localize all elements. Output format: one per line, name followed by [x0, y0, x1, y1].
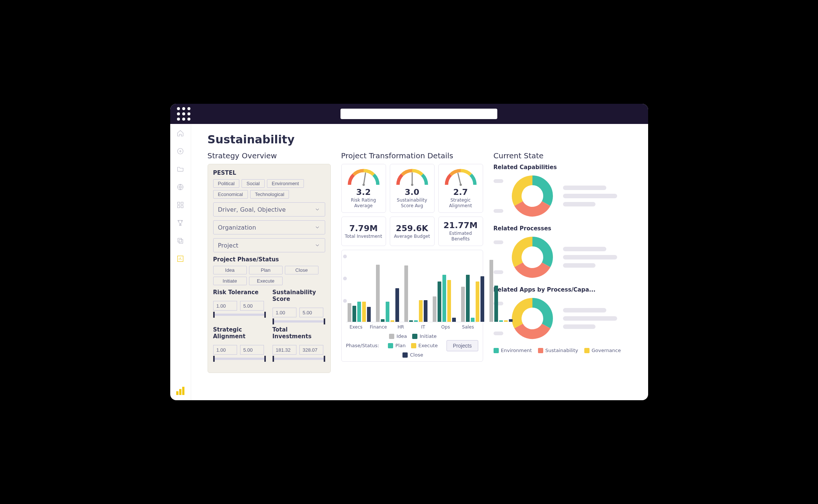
bar [419, 300, 423, 322]
chevron-down-icon [314, 224, 320, 230]
phase-idea[interactable]: Idea [213, 266, 247, 274]
x-label: IT [415, 324, 432, 330]
x-label: HR [392, 324, 410, 330]
select-organization[interactable]: Organization [213, 220, 325, 234]
legend-item: Plan [388, 343, 406, 348]
legend-item: Sustainability [538, 348, 578, 353]
select-driver[interactable]: Driver, Goal, Objective [213, 202, 325, 217]
pestel-chips: Political Social Environment Economical … [213, 179, 325, 199]
transformation-column: Project Transformation Details 3.2 Risk … [341, 151, 483, 391]
svg-line-13 [458, 173, 460, 185]
invest-max-input[interactable] [299, 345, 323, 355]
svg-point-12 [411, 184, 413, 186]
stat-row: 7.79M Total Investment 259.6K Average Bu… [341, 217, 483, 246]
gauge-label: Sustainability Score Avg [392, 197, 432, 209]
range-sustainability: Sustainability Score [273, 289, 325, 323]
stat-value: 7.79M [349, 224, 377, 233]
svg-rect-7 [179, 240, 183, 243]
apps-icon[interactable] [176, 201, 184, 209]
legend-item: Environment [494, 348, 532, 353]
related-title: Related Apps by Process/Capa... [494, 286, 635, 293]
strategy-column: Strategy Overview PESTEL Political Socia… [208, 151, 331, 391]
add-icon[interactable] [176, 147, 184, 155]
bar [442, 275, 446, 322]
app-grid-icon[interactable] [177, 107, 190, 121]
gauge-value: 3.0 [405, 187, 419, 197]
gauge-2: 2.7 Strategic Alignment [438, 164, 483, 213]
bar-group-ops [461, 275, 484, 322]
projects-button[interactable]: Projects [447, 340, 478, 351]
skeleton-lines [563, 308, 635, 329]
sust-slider[interactable] [273, 320, 325, 323]
bar [362, 302, 366, 322]
x-label: Finance [370, 324, 387, 330]
trophy-icon[interactable] [176, 219, 184, 227]
risk-slider[interactable] [213, 314, 266, 316]
bar-group-it [433, 275, 456, 322]
range-strategic: Strategic Alignment [213, 326, 266, 360]
phase-initiate[interactable]: Initiate [213, 277, 247, 285]
bar [357, 302, 361, 322]
gauge-0: 3.2 Risk Rating Average [341, 164, 386, 213]
pestel-social[interactable]: Social [242, 179, 264, 188]
phase-execute[interactable]: Execute [249, 277, 283, 285]
pestel-technological[interactable]: Technological [250, 190, 289, 199]
risk-min-input[interactable] [213, 301, 237, 311]
svg-rect-2 [178, 202, 180, 205]
sust-min-input[interactable] [273, 308, 296, 317]
skeleton-lines [563, 186, 635, 206]
strat-max-input[interactable] [240, 345, 264, 355]
gauge-value: 3.2 [356, 187, 371, 197]
strategy-heading: Strategy Overview [208, 151, 331, 160]
bar [466, 275, 470, 322]
phase-close[interactable]: Close [285, 266, 318, 274]
bar [352, 306, 356, 322]
bar [348, 303, 351, 322]
home-icon[interactable] [176, 129, 184, 137]
bar-group-hr [404, 265, 427, 322]
range-risk: Risk Tolerance [213, 289, 266, 323]
layers-icon[interactable] [176, 237, 184, 245]
gauge-row: 3.2 Risk Rating Average 3.0 Sustainabili… [341, 164, 483, 213]
svg-rect-3 [181, 202, 183, 205]
bar [452, 318, 456, 322]
legend-item: Governance [584, 348, 621, 353]
page-title: Sustainability [208, 133, 635, 146]
bar [424, 300, 427, 322]
bar [499, 320, 503, 322]
pestel-political[interactable]: Political [213, 179, 240, 188]
range-risk-label: Risk Tolerance [213, 289, 266, 296]
pestel-environment[interactable]: Environment [267, 179, 304, 188]
invest-slider[interactable] [273, 358, 325, 360]
sust-max-input[interactable] [299, 308, 323, 317]
current-state-column: Current State Related Capabilities Relat… [494, 151, 635, 391]
select-project-label: Project [218, 242, 239, 249]
strat-slider[interactable] [213, 358, 266, 360]
url-bar[interactable] [340, 109, 497, 119]
bar [438, 281, 441, 322]
related-title: Related Capabilities [494, 164, 635, 171]
bar [395, 288, 399, 322]
phase-plan[interactable]: Plan [249, 266, 283, 274]
strat-min-input[interactable] [213, 345, 237, 355]
globe-icon[interactable] [176, 183, 184, 191]
bar [404, 265, 408, 322]
folder-icon[interactable] [176, 165, 184, 173]
select-driver-label: Driver, Goal, Objective [218, 206, 286, 213]
svg-rect-4 [178, 206, 180, 208]
bar [476, 281, 479, 322]
bar [386, 302, 389, 322]
phase-legend: IdeaInitiatePlanExecuteClose [383, 333, 443, 358]
x-label: Sales [460, 324, 477, 330]
invest-min-input[interactable] [273, 345, 296, 355]
select-project[interactable]: Project [213, 238, 325, 252]
related-block-0: Related Capabilities [494, 164, 635, 218]
phase-chart: ExecsFinanceHRITOpsSales Phase/Status: I… [341, 250, 483, 362]
skeleton-left [494, 179, 503, 213]
bar [509, 319, 513, 322]
chart-nav-icon[interactable] [176, 255, 184, 263]
bar-group-execs [348, 302, 371, 322]
risk-max-input[interactable] [240, 301, 264, 311]
pestel-economical[interactable]: Economical [213, 190, 248, 199]
bar [461, 287, 465, 322]
